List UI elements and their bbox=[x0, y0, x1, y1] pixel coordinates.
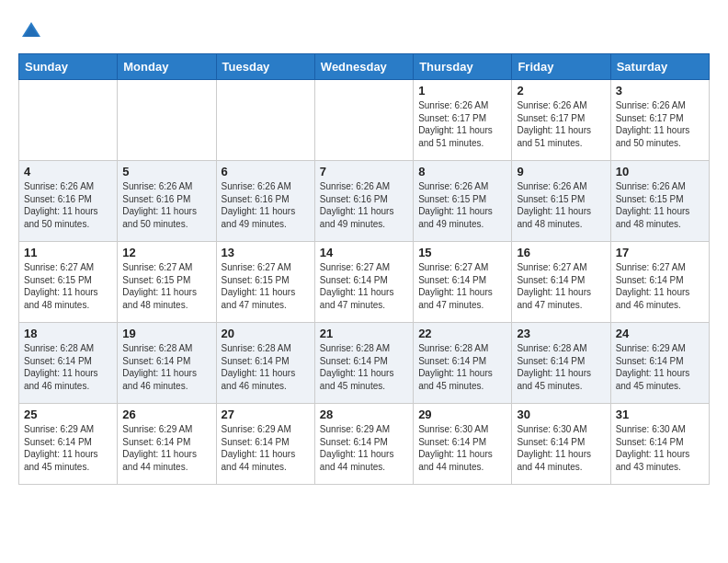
day-number: 23 bbox=[517, 327, 605, 340]
day-info: Sunrise: 6:26 AM Sunset: 6:15 PM Dayligh… bbox=[517, 180, 605, 230]
header-day-friday: Friday bbox=[512, 54, 610, 80]
calendar-cell: 7Sunrise: 6:26 AM Sunset: 6:16 PM Daylig… bbox=[314, 161, 413, 242]
calendar-cell: 11Sunrise: 6:27 AM Sunset: 6:15 PM Dayli… bbox=[19, 242, 118, 323]
header-day-monday: Monday bbox=[118, 54, 216, 80]
day-number: 19 bbox=[122, 327, 210, 340]
day-number: 4 bbox=[24, 165, 112, 178]
day-number: 7 bbox=[320, 165, 408, 178]
calendar-cell bbox=[19, 80, 118, 161]
calendar-cell: 20Sunrise: 6:28 AM Sunset: 6:14 PM Dayli… bbox=[216, 323, 314, 404]
calendar-cell: 9Sunrise: 6:26 AM Sunset: 6:15 PM Daylig… bbox=[512, 161, 610, 242]
day-number: 28 bbox=[320, 408, 408, 421]
calendar-table: SundayMondayTuesdayWednesdayThursdayFrid… bbox=[18, 53, 710, 485]
calendar-cell: 15Sunrise: 6:27 AM Sunset: 6:14 PM Dayli… bbox=[414, 242, 512, 323]
header-day-saturday: Saturday bbox=[610, 54, 709, 80]
day-number: 13 bbox=[222, 246, 310, 259]
calendar-cell: 8Sunrise: 6:26 AM Sunset: 6:15 PM Daylig… bbox=[414, 161, 512, 242]
day-number: 25 bbox=[24, 408, 112, 421]
day-number: 31 bbox=[616, 408, 704, 421]
day-number: 10 bbox=[616, 165, 704, 178]
calendar-cell: 2Sunrise: 6:26 AM Sunset: 6:17 PM Daylig… bbox=[512, 80, 610, 161]
calendar-cell: 3Sunrise: 6:26 AM Sunset: 6:17 PM Daylig… bbox=[610, 80, 709, 161]
day-info: Sunrise: 6:26 AM Sunset: 6:15 PM Dayligh… bbox=[418, 180, 506, 230]
day-number: 30 bbox=[517, 408, 605, 421]
day-info: Sunrise: 6:27 AM Sunset: 6:15 PM Dayligh… bbox=[222, 261, 310, 311]
calendar-cell: 10Sunrise: 6:26 AM Sunset: 6:15 PM Dayli… bbox=[610, 161, 709, 242]
calendar-cell: 23Sunrise: 6:28 AM Sunset: 6:14 PM Dayli… bbox=[512, 323, 610, 404]
header-day-sunday: Sunday bbox=[19, 54, 118, 80]
day-number: 2 bbox=[517, 84, 605, 98]
day-info: Sunrise: 6:26 AM Sunset: 6:17 PM Dayligh… bbox=[517, 99, 605, 149]
week-row-3: 11Sunrise: 6:27 AM Sunset: 6:15 PM Dayli… bbox=[19, 242, 710, 323]
calendar-cell: 12Sunrise: 6:27 AM Sunset: 6:15 PM Dayli… bbox=[118, 242, 216, 323]
calendar-cell: 27Sunrise: 6:29 AM Sunset: 6:14 PM Dayli… bbox=[216, 404, 314, 485]
header-day-wednesday: Wednesday bbox=[314, 54, 413, 80]
day-info: Sunrise: 6:28 AM Sunset: 6:14 PM Dayligh… bbox=[222, 342, 310, 392]
calendar-cell: 14Sunrise: 6:27 AM Sunset: 6:14 PM Dayli… bbox=[314, 242, 413, 323]
header-day-thursday: Thursday bbox=[414, 54, 512, 80]
day-number: 5 bbox=[122, 165, 210, 178]
day-info: Sunrise: 6:29 AM Sunset: 6:14 PM Dayligh… bbox=[222, 423, 310, 473]
day-info: Sunrise: 6:27 AM Sunset: 6:15 PM Dayligh… bbox=[122, 261, 210, 311]
day-info: Sunrise: 6:30 AM Sunset: 6:14 PM Dayligh… bbox=[616, 423, 704, 473]
logo bbox=[18, 18, 48, 44]
day-info: Sunrise: 6:26 AM Sunset: 6:17 PM Dayligh… bbox=[418, 99, 506, 149]
day-number: 16 bbox=[517, 246, 605, 259]
calendar-cell: 13Sunrise: 6:27 AM Sunset: 6:15 PM Dayli… bbox=[216, 242, 314, 323]
logo-icon bbox=[18, 18, 44, 44]
calendar-cell bbox=[118, 80, 216, 161]
day-number: 15 bbox=[418, 246, 506, 259]
calendar-cell: 16Sunrise: 6:27 AM Sunset: 6:14 PM Dayli… bbox=[512, 242, 610, 323]
day-info: Sunrise: 6:27 AM Sunset: 6:14 PM Dayligh… bbox=[517, 261, 605, 311]
week-row-5: 25Sunrise: 6:29 AM Sunset: 6:14 PM Dayli… bbox=[19, 404, 710, 485]
calendar-cell: 1Sunrise: 6:26 AM Sunset: 6:17 PM Daylig… bbox=[414, 80, 512, 161]
calendar-cell: 18Sunrise: 6:28 AM Sunset: 6:14 PM Dayli… bbox=[19, 323, 118, 404]
day-info: Sunrise: 6:26 AM Sunset: 6:16 PM Dayligh… bbox=[24, 180, 112, 230]
day-info: Sunrise: 6:28 AM Sunset: 6:14 PM Dayligh… bbox=[122, 342, 210, 392]
day-info: Sunrise: 6:27 AM Sunset: 6:14 PM Dayligh… bbox=[418, 261, 506, 311]
day-info: Sunrise: 6:26 AM Sunset: 6:17 PM Dayligh… bbox=[616, 99, 704, 149]
day-number: 26 bbox=[122, 408, 210, 421]
day-info: Sunrise: 6:28 AM Sunset: 6:14 PM Dayligh… bbox=[320, 342, 408, 392]
calendar-cell: 19Sunrise: 6:28 AM Sunset: 6:14 PM Dayli… bbox=[118, 323, 216, 404]
day-number: 6 bbox=[222, 165, 310, 178]
day-info: Sunrise: 6:30 AM Sunset: 6:14 PM Dayligh… bbox=[517, 423, 605, 473]
calendar-cell: 25Sunrise: 6:29 AM Sunset: 6:14 PM Dayli… bbox=[19, 404, 118, 485]
calendar-cell bbox=[216, 80, 314, 161]
calendar-cell: 29Sunrise: 6:30 AM Sunset: 6:14 PM Dayli… bbox=[414, 404, 512, 485]
day-info: Sunrise: 6:28 AM Sunset: 6:14 PM Dayligh… bbox=[24, 342, 112, 392]
day-number: 9 bbox=[517, 165, 605, 178]
calendar-cell: 26Sunrise: 6:29 AM Sunset: 6:14 PM Dayli… bbox=[118, 404, 216, 485]
day-number: 17 bbox=[616, 246, 704, 259]
day-number: 21 bbox=[320, 327, 408, 340]
day-number: 20 bbox=[222, 327, 310, 340]
day-info: Sunrise: 6:29 AM Sunset: 6:14 PM Dayligh… bbox=[320, 423, 408, 473]
day-info: Sunrise: 6:28 AM Sunset: 6:14 PM Dayligh… bbox=[517, 342, 605, 392]
week-row-1: 1Sunrise: 6:26 AM Sunset: 6:17 PM Daylig… bbox=[19, 80, 710, 161]
page-header bbox=[18, 18, 710, 44]
day-number: 18 bbox=[24, 327, 112, 340]
day-info: Sunrise: 6:29 AM Sunset: 6:14 PM Dayligh… bbox=[24, 423, 112, 473]
day-number: 27 bbox=[222, 408, 310, 421]
calendar-cell: 6Sunrise: 6:26 AM Sunset: 6:16 PM Daylig… bbox=[216, 161, 314, 242]
day-number: 8 bbox=[418, 165, 506, 178]
calendar-cell: 21Sunrise: 6:28 AM Sunset: 6:14 PM Dayli… bbox=[314, 323, 413, 404]
header-row: SundayMondayTuesdayWednesdayThursdayFrid… bbox=[19, 54, 710, 80]
day-info: Sunrise: 6:30 AM Sunset: 6:14 PM Dayligh… bbox=[418, 423, 506, 473]
day-info: Sunrise: 6:29 AM Sunset: 6:14 PM Dayligh… bbox=[122, 423, 210, 473]
day-number: 1 bbox=[418, 84, 506, 98]
calendar-cell: 17Sunrise: 6:27 AM Sunset: 6:14 PM Dayli… bbox=[610, 242, 709, 323]
day-number: 29 bbox=[418, 408, 506, 421]
calendar-cell: 31Sunrise: 6:30 AM Sunset: 6:14 PM Dayli… bbox=[610, 404, 709, 485]
calendar-cell: 22Sunrise: 6:28 AM Sunset: 6:14 PM Dayli… bbox=[414, 323, 512, 404]
week-row-2: 4Sunrise: 6:26 AM Sunset: 6:16 PM Daylig… bbox=[19, 161, 710, 242]
day-number: 12 bbox=[122, 246, 210, 259]
day-info: Sunrise: 6:26 AM Sunset: 6:16 PM Dayligh… bbox=[122, 180, 210, 230]
day-info: Sunrise: 6:27 AM Sunset: 6:15 PM Dayligh… bbox=[24, 261, 112, 311]
day-info: Sunrise: 6:28 AM Sunset: 6:14 PM Dayligh… bbox=[418, 342, 506, 392]
calendar-cell bbox=[314, 80, 413, 161]
day-number: 14 bbox=[320, 246, 408, 259]
day-info: Sunrise: 6:27 AM Sunset: 6:14 PM Dayligh… bbox=[616, 261, 704, 311]
week-row-4: 18Sunrise: 6:28 AM Sunset: 6:14 PM Dayli… bbox=[19, 323, 710, 404]
day-info: Sunrise: 6:26 AM Sunset: 6:16 PM Dayligh… bbox=[222, 180, 310, 230]
